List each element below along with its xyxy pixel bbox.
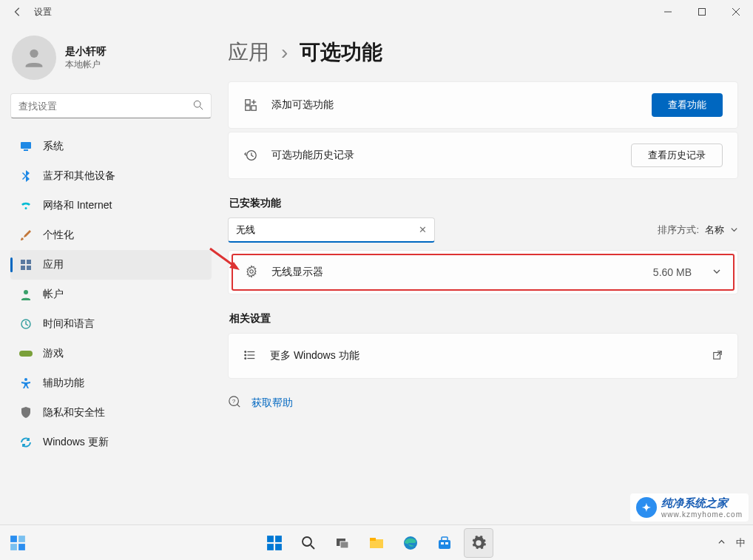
- view-features-button[interactable]: 查看功能: [652, 93, 723, 117]
- external-link-icon: [712, 350, 723, 362]
- close-button[interactable]: [719, 0, 753, 24]
- svg-rect-41: [275, 536, 282, 542]
- settings-button[interactable]: [464, 528, 493, 558]
- sidebar-item-label: 时间和语言: [43, 317, 95, 331]
- edge-button[interactable]: [396, 528, 425, 558]
- sidebar-item-label: 系统: [43, 140, 64, 153]
- breadcrumb-current: 可选功能: [300, 38, 382, 67]
- filter-input[interactable]: [236, 224, 419, 235]
- svg-rect-9: [21, 260, 25, 264]
- add-feature-label: 添加可选功能: [271, 98, 638, 112]
- svg-rect-42: [267, 544, 274, 550]
- feature-name: 无线显示器: [271, 266, 640, 279]
- related-title: 相关设置: [229, 312, 738, 325]
- sort-dropdown[interactable]: 排序方式: 名称: [658, 223, 738, 237]
- taskbar-center: [260, 528, 493, 558]
- svg-rect-39: [18, 544, 25, 550]
- svg-point-28: [245, 354, 246, 356]
- more-features-label: 更多 Windows 功能: [270, 349, 359, 362]
- svg-rect-43: [275, 544, 282, 550]
- taskbar-search-button[interactable]: [294, 528, 323, 558]
- svg-line-31: [717, 351, 721, 355]
- help-icon: ?: [228, 395, 241, 411]
- sidebar-item-1[interactable]: 蓝牙和其他设备: [10, 161, 212, 191]
- sidebar: 是小轩呀 本地帐户 系统蓝牙和其他设备网络和 Internet个性化应用帐户时间…: [0, 24, 222, 524]
- svg-rect-1: [699, 9, 706, 16]
- update-icon: [19, 436, 33, 449]
- feature-row-wireless-display[interactable]: 无线显示器 5.60 MB: [232, 254, 735, 291]
- watermark-url: www.kzmyhome.com: [661, 510, 743, 519]
- svg-rect-15: [19, 351, 33, 357]
- sidebar-item-label: 游戏: [43, 347, 64, 360]
- app-body: 是小轩呀 本地帐户 系统蓝牙和其他设备网络和 Internet个性化应用帐户时间…: [0, 24, 753, 524]
- watermark: ✦ 纯净系统之家 www.kzmyhome.com: [630, 493, 749, 522]
- sidebar-item-label: 网络和 Internet: [43, 199, 112, 212]
- sort-label: 排序方式:: [658, 223, 699, 237]
- search-icon: [193, 100, 203, 112]
- sidebar-item-8[interactable]: 辅助功能: [10, 368, 212, 398]
- svg-rect-36: [10, 536, 17, 542]
- system-tray[interactable]: 中: [717, 536, 753, 550]
- task-view-button[interactable]: [328, 528, 357, 558]
- history-card: 可选功能历史记录 查看历史记录: [228, 132, 738, 179]
- sidebar-item-5[interactable]: 帐户: [10, 280, 212, 309]
- sidebar-item-6[interactable]: 时间和语言: [10, 309, 212, 339]
- account-type: 本地帐户: [65, 58, 107, 71]
- sidebar-item-2[interactable]: 网络和 Internet: [10, 191, 212, 220]
- feature-size: 5.60 MB: [653, 266, 692, 278]
- svg-rect-8: [24, 149, 28, 151]
- explorer-button[interactable]: [362, 528, 391, 558]
- widgets-button[interactable]: [0, 535, 36, 551]
- sidebar-item-0[interactable]: 系统: [10, 132, 212, 161]
- store-button[interactable]: [430, 528, 459, 558]
- maximize-button[interactable]: [685, 0, 719, 24]
- watermark-brand: 纯净系统之家: [661, 496, 743, 510]
- sort-value: 名称: [705, 223, 724, 237]
- sidebar-item-3[interactable]: 个性化: [10, 220, 212, 250]
- titlebar: 设置: [0, 0, 753, 24]
- profile-block[interactable]: 是小轩呀 本地帐户: [12, 36, 212, 80]
- svg-rect-11: [21, 266, 25, 270]
- svg-rect-37: [18, 536, 25, 542]
- svg-rect-52: [442, 537, 448, 541]
- sidebar-item-label: 隐私和安全性: [43, 406, 105, 419]
- main-content: 应用 › 可选功能 添加可选功能 查看功能 可选功能历史记录 查看历史记录 已安…: [222, 24, 753, 524]
- chevron-down-icon[interactable]: [712, 266, 721, 278]
- clear-filter-icon[interactable]: ✕: [419, 224, 427, 235]
- brush-icon: [19, 229, 33, 242]
- sidebar-item-7[interactable]: 游戏: [10, 339, 212, 368]
- minimize-button[interactable]: [651, 0, 685, 24]
- back-button[interactable]: [9, 3, 27, 21]
- gear-outline-icon: [245, 265, 258, 280]
- sidebar-item-10[interactable]: Windows 更新: [10, 428, 212, 457]
- tray-chevron-icon[interactable]: [717, 537, 726, 548]
- filter-box[interactable]: ✕: [228, 217, 435, 243]
- sidebar-item-4[interactable]: 应用: [10, 250, 212, 280]
- chevron-right-icon: ›: [281, 41, 288, 64]
- svg-rect-7: [21, 142, 31, 149]
- svg-point-44: [303, 537, 311, 546]
- person-icon: [19, 288, 33, 301]
- svg-point-16: [24, 378, 27, 381]
- chevron-down-icon: [730, 225, 738, 236]
- more-windows-features-row[interactable]: 更多 Windows 功能: [228, 333, 738, 379]
- svg-rect-49: [370, 538, 376, 541]
- svg-point-27: [245, 351, 246, 352]
- ime-indicator[interactable]: 中: [736, 536, 746, 550]
- user-name: 是小轩呀: [65, 45, 107, 58]
- view-history-button[interactable]: 查看历史记录: [631, 144, 723, 167]
- apps-icon: [19, 258, 33, 271]
- svg-point-5: [194, 101, 200, 107]
- taskbar: 中: [0, 524, 753, 560]
- game-icon: [19, 347, 33, 360]
- svg-point-23: [250, 269, 254, 273]
- bluetooth-icon: [19, 169, 33, 183]
- get-help-row[interactable]: ? 获取帮助: [228, 395, 738, 411]
- svg-rect-53: [441, 542, 444, 544]
- breadcrumb-parent[interactable]: 应用: [228, 38, 269, 67]
- sidebar-search[interactable]: [10, 93, 212, 118]
- sidebar-item-9[interactable]: 隐私和安全性: [10, 398, 212, 428]
- installed-list: 无线显示器 5.60 MB: [228, 250, 738, 294]
- start-button[interactable]: [260, 528, 289, 558]
- search-input[interactable]: [18, 101, 193, 112]
